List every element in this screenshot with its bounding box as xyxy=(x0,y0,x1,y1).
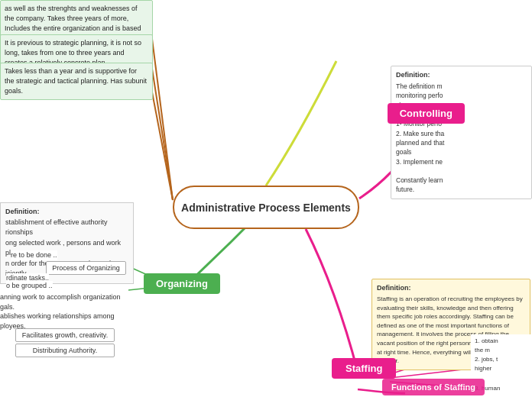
organizing-node[interactable]: Organizing xyxy=(144,273,220,294)
ctrl-points: 1- Monitor perfo2. Make sure thaplanned … xyxy=(396,119,527,166)
mind-map-canvas: as well as the strenghts and weaknesses … xyxy=(0,0,532,397)
functions-of-staffing-node[interactable]: Functions of Staffing xyxy=(382,379,485,395)
distributing-label: Distributing Authority. xyxy=(15,344,115,357)
planning-work-text: anning work to accomplish organizationga… xyxy=(0,293,121,311)
central-node[interactable]: Administrative Process Elements xyxy=(173,186,359,229)
staffing-node[interactable]: Staffing xyxy=(332,358,396,379)
facilitates-label: Facilitates growth, creativity. xyxy=(15,328,115,342)
org-to-be-done: re to be done .. xyxy=(11,250,57,260)
org-to-be-grouped: o be grouped .. xyxy=(6,281,53,291)
establishing-text: ablishes working relationships amongploy… xyxy=(0,312,115,330)
ctrl-constantly: Constantly learnfuture. xyxy=(396,176,527,195)
org-planning-work: anning work to accomplish organizationga… xyxy=(0,292,134,312)
controlling-node[interactable]: Controlling xyxy=(388,103,465,124)
process-of-organizing-label: Process of Organizing xyxy=(46,261,126,275)
planning-box-3: Takes less than a year and is supportive… xyxy=(0,63,153,100)
controlling-info-box: Definition: The definition mmonitoring p… xyxy=(391,66,532,199)
staffing-list-2: 2. jobs, thigher xyxy=(471,353,532,376)
